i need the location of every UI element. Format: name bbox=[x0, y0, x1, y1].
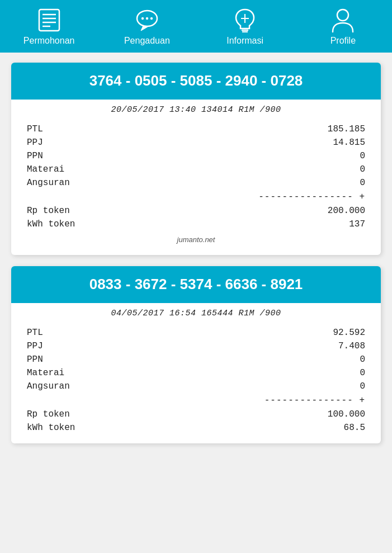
detail-kwh-token-2: kWh token 68.5 bbox=[27, 421, 365, 434]
svg-point-6 bbox=[141, 17, 144, 20]
nav-label-profile: Profile bbox=[330, 36, 356, 46]
chat-icon bbox=[134, 7, 160, 34]
value-ptl-2: 92.592 bbox=[309, 328, 365, 338]
detail-ptl-2: PTL 92.592 bbox=[27, 326, 365, 339]
label-kwh-token-1: kWh token bbox=[27, 219, 83, 229]
divider-1: ---------------- + bbox=[27, 190, 365, 204]
subheader-1: 20/05/2017 13:40 134014 R1M /900 bbox=[11, 100, 381, 117]
svg-point-13 bbox=[337, 10, 348, 21]
value-angsuran-2: 0 bbox=[309, 381, 365, 391]
value-angsuran-1: 0 bbox=[309, 178, 365, 188]
label-ppn-2: PPN bbox=[27, 355, 83, 365]
label-ppj-1: PPJ bbox=[27, 138, 83, 148]
divider-2: --------------- + bbox=[27, 393, 365, 408]
label-angsuran-2: Angsuran bbox=[27, 381, 83, 391]
user-icon bbox=[329, 7, 356, 34]
detail-kwh-token-1: kWh token 137 bbox=[27, 218, 365, 231]
divider-text-1: ---------------- + bbox=[258, 192, 365, 202]
nav-label-permohonan: Permohonan bbox=[23, 36, 75, 46]
token-number-1: 3764 - 0505 - 5085 - 2940 - 0728 bbox=[11, 63, 381, 100]
footer-1: jumanto.net bbox=[27, 231, 365, 246]
value-ppn-2: 0 bbox=[309, 355, 365, 365]
nav-item-pengaduan[interactable]: Pengaduan bbox=[114, 4, 181, 48]
label-materai-2: Materai bbox=[27, 368, 83, 378]
detail-rp-token-1: Rp token 200.000 bbox=[27, 204, 365, 218]
detail-ppj-2: PPJ 7.408 bbox=[27, 339, 365, 353]
nav-item-profile[interactable]: Profile bbox=[309, 4, 376, 48]
bulb-icon bbox=[232, 7, 258, 34]
value-ppj-1: 14.815 bbox=[309, 138, 365, 148]
label-ptl-2: PTL bbox=[27, 328, 83, 338]
value-kwh-token-1: 137 bbox=[309, 219, 365, 229]
value-rp-token-2: 100.000 bbox=[309, 409, 365, 419]
detail-materai-1: Materai 0 bbox=[27, 163, 365, 176]
detail-materai-2: Materai 0 bbox=[27, 366, 365, 380]
nav-item-informasi[interactable]: Informasi bbox=[211, 4, 278, 48]
subheader-2: 04/05/2017 16:54 165444 R1M /900 bbox=[11, 303, 381, 320]
detail-ptl-1: PTL 185.185 bbox=[27, 122, 365, 136]
label-angsuran-1: Angsuran bbox=[27, 178, 83, 188]
receipt-card-1: 3764 - 0505 - 5085 - 2940 - 0728 20/05/2… bbox=[11, 63, 381, 255]
detail-angsuran-1: Angsuran 0 bbox=[27, 176, 365, 190]
detail-ppn-2: PPN 0 bbox=[27, 353, 365, 366]
label-ptl-1: PTL bbox=[27, 124, 83, 134]
svg-point-8 bbox=[150, 17, 153, 20]
value-rp-token-1: 200.000 bbox=[309, 206, 365, 216]
nav-label-informasi: Informasi bbox=[226, 36, 263, 46]
label-rp-token-1: Rp token bbox=[27, 206, 83, 216]
card-body-2: PTL 92.592 PPJ 7.408 PPN 0 Materai 0 Ang… bbox=[11, 320, 381, 443]
main-content: 3764 - 0505 - 5085 - 2940 - 0728 20/05/2… bbox=[0, 53, 392, 453]
detail-ppn-1: PPN 0 bbox=[27, 149, 365, 163]
detail-angsuran-2: Angsuran 0 bbox=[27, 380, 365, 393]
nav-label-pengaduan: Pengaduan bbox=[124, 36, 170, 46]
receipt-card-2: 0833 - 3672 - 5374 - 6636 - 8921 04/05/2… bbox=[11, 266, 381, 443]
value-materai-2: 0 bbox=[309, 368, 365, 378]
svg-point-7 bbox=[146, 17, 148, 20]
label-rp-token-2: Rp token bbox=[27, 409, 83, 419]
value-ppn-1: 0 bbox=[309, 151, 365, 161]
value-ppj-2: 7.408 bbox=[309, 341, 365, 351]
token-number-2: 0833 - 3672 - 5374 - 6636 - 8921 bbox=[11, 266, 381, 303]
detail-rp-token-2: Rp token 100.000 bbox=[27, 408, 365, 421]
value-ptl-1: 185.185 bbox=[309, 124, 365, 134]
label-materai-1: Materai bbox=[27, 164, 83, 174]
label-kwh-token-2: kWh token bbox=[27, 423, 83, 433]
nav-item-permohonan[interactable]: Permohonan bbox=[16, 4, 83, 48]
label-ppn-1: PPN bbox=[27, 151, 83, 161]
value-kwh-token-2: 68.5 bbox=[309, 423, 365, 433]
navbar: Permohonan Pengaduan Informasi bbox=[0, 0, 392, 53]
label-ppj-2: PPJ bbox=[27, 341, 83, 351]
value-materai-1: 0 bbox=[309, 164, 365, 174]
list-icon bbox=[36, 7, 63, 34]
divider-text-2: --------------- + bbox=[265, 395, 365, 405]
svg-rect-0 bbox=[39, 10, 59, 31]
detail-ppj-1: PPJ 14.815 bbox=[27, 136, 365, 149]
card-body-1: PTL 185.185 PPJ 14.815 PPN 0 Materai 0 A… bbox=[11, 117, 381, 255]
